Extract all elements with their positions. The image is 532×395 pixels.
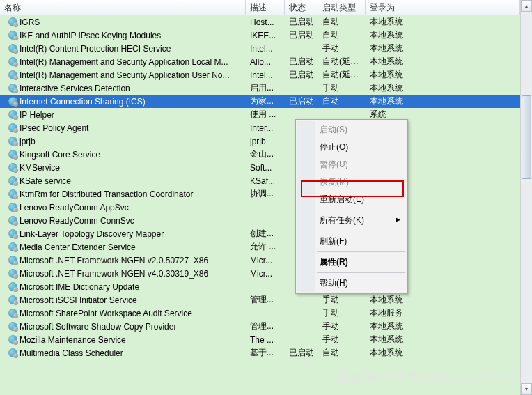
service-name: Intel(R) Management and Security Applica… xyxy=(19,70,229,80)
menu-all-tasks[interactable]: 所有任务(K)▶ xyxy=(297,212,406,229)
service-status: 已启动 xyxy=(285,346,318,359)
service-name: Multimedia Class Scheduler xyxy=(19,348,123,358)
menu-restart[interactable]: 重新启动(E) xyxy=(297,191,406,208)
menu-resume: 恢复(M) xyxy=(297,173,406,191)
service-desc: 金山... xyxy=(246,148,285,161)
menu-help[interactable]: 帮助(H) xyxy=(297,274,406,292)
service-list: IGRSHost...已启动自动本地系统IKE and AuthIP IPsec… xyxy=(0,15,520,359)
service-row[interactable]: Lenovo ReadyComm AppSvc系统 xyxy=(0,201,520,214)
service-row[interactable]: Multimedia Class Scheduler基于...已启动自动本地系统 xyxy=(0,346,520,359)
scroll-thumb[interactable] xyxy=(522,95,531,179)
service-status xyxy=(285,313,318,314)
service-icon xyxy=(7,123,18,134)
service-row[interactable]: Microsoft Software Shadow Copy Provider管… xyxy=(0,320,520,333)
service-row[interactable]: Link-Layer Topology Discovery Mapper创建..… xyxy=(0,227,520,240)
service-logon: 本地系统 xyxy=(366,346,520,359)
service-logon: 本地系统 xyxy=(366,333,520,346)
service-icon xyxy=(7,242,18,253)
service-row[interactable]: Microsoft .NET Framework NGEN v2.0.50727… xyxy=(0,254,520,267)
service-startup: 手动 xyxy=(318,320,366,333)
service-name: Mozilla Maintenance Service xyxy=(19,335,126,345)
service-desc: 协调... xyxy=(246,187,285,201)
service-startup: 手动 xyxy=(318,307,366,320)
service-row[interactable]: Intel(R) Content Protection HECI Service… xyxy=(0,42,520,55)
service-status xyxy=(285,326,318,327)
service-status xyxy=(285,300,318,301)
service-icon xyxy=(7,109,18,121)
menu-separator xyxy=(317,251,405,252)
service-icon xyxy=(7,149,18,160)
service-name: Microsoft .NET Framework NGEN v4.0.30319… xyxy=(19,269,208,279)
menu-stop[interactable]: 停止(O) xyxy=(297,139,406,156)
scroll-track[interactable] xyxy=(521,12,532,383)
service-row[interactable]: Internet Connection Sharing (ICS)为家...已启… xyxy=(0,95,520,108)
service-startup xyxy=(318,114,366,116)
service-row[interactable]: Microsoft iSCSI Initiator Service管理...手动… xyxy=(0,293,520,307)
service-name: Media Center Extender Service xyxy=(19,242,136,252)
service-row[interactable]: KSafe serviceKSaf...系统 xyxy=(0,174,520,187)
service-name: IGRS xyxy=(19,17,40,27)
service-name: Link-Layer Topology Discovery Mapper xyxy=(19,229,164,239)
col-header-desc[interactable]: 描述 xyxy=(246,0,285,15)
service-row[interactable]: jprjbjprjb系统 xyxy=(0,134,520,148)
service-name: KtmRm for Distributed Transaction Coordi… xyxy=(19,189,193,199)
service-logon: 本地系统 xyxy=(366,82,520,95)
service-name: Microsoft iSCSI Initiator Service xyxy=(19,295,137,305)
service-startup: 自动 xyxy=(318,346,366,359)
menu-separator xyxy=(317,272,405,273)
service-row[interactable]: Intel(R) Management and Security Applica… xyxy=(0,68,520,82)
service-row[interactable]: Kingsoft Core Service金山...系统 xyxy=(0,148,520,161)
service-row[interactable]: KtmRm for Distributed Transaction Coordi… xyxy=(0,187,520,201)
service-name: Lenovo ReadyComm ConnSvc xyxy=(19,216,134,226)
service-row[interactable]: IPsec Policy AgentInter...服务 xyxy=(0,121,520,134)
menu-separator xyxy=(317,231,405,231)
service-icon xyxy=(7,281,18,293)
service-row[interactable]: IP Helper使用 ...系统 xyxy=(0,108,520,121)
service-row[interactable]: Microsoft IME Dictionary Update手动本地系统 xyxy=(0,280,520,293)
service-startup: 自动(延迟... xyxy=(318,55,366,68)
service-name: IP Helper xyxy=(19,110,54,120)
service-icon xyxy=(7,268,18,279)
menu-properties[interactable]: 属性(R) xyxy=(297,254,406,271)
service-row[interactable]: KMServiceSoft...系统 xyxy=(0,161,520,174)
col-header-logon[interactable]: 登录为 xyxy=(366,0,520,15)
service-logon: 本地系统 xyxy=(366,29,520,42)
service-icon xyxy=(7,43,18,54)
service-row[interactable]: Microsoft .NET Framework NGEN v4.0.30319… xyxy=(0,267,520,280)
service-row[interactable]: Interactive Services Detection启用...手动本地系… xyxy=(0,82,520,95)
service-startup: 自动 xyxy=(318,95,366,108)
service-row[interactable]: Intel(R) Management and Security Applica… xyxy=(0,55,520,68)
service-row[interactable]: Media Center Extender Service允许 ...服务 xyxy=(0,240,520,254)
service-name: Microsoft .NET Framework NGEN v2.0.50727… xyxy=(19,256,208,265)
service-desc: The ... xyxy=(246,334,285,346)
service-row[interactable]: IGRSHost...已启动自动本地系统 xyxy=(0,15,520,29)
service-desc: jprjb xyxy=(246,136,285,147)
scroll-down-button[interactable]: ▼ xyxy=(521,383,532,395)
vertical-scrollbar[interactable]: ▲ ▼ xyxy=(520,0,532,395)
service-row[interactable]: Microsoft SharePoint Workspace Audit Ser… xyxy=(0,307,520,320)
service-desc xyxy=(246,286,285,288)
service-startup: 自动(延迟... xyxy=(318,68,366,82)
service-desc: Intel... xyxy=(246,70,285,81)
service-desc: 管理... xyxy=(246,293,285,307)
col-header-name[interactable]: 名称 xyxy=(0,0,246,15)
service-desc: 为家... xyxy=(246,95,285,108)
service-row[interactable]: Lenovo ReadyComm ConnSvc系统 xyxy=(0,214,520,227)
service-icon xyxy=(7,96,18,107)
col-header-status[interactable]: 状态 xyxy=(285,0,318,15)
service-startup: 自动 xyxy=(318,15,366,29)
menu-refresh[interactable]: 刷新(F) xyxy=(297,233,406,250)
service-name: Intel(R) Content Protection HECI Service xyxy=(19,44,171,54)
service-row[interactable]: IKE and AuthIP IPsec Keying ModulesIKEE.… xyxy=(0,29,520,42)
scroll-up-button[interactable]: ▲ xyxy=(521,0,532,12)
service-startup: 手动 xyxy=(318,42,366,55)
context-menu: 启动(S) 停止(O) 暂停(U) 恢复(M) 重新启动(E) 所有任务(K)▶… xyxy=(295,119,408,294)
col-header-startup[interactable]: 启动类型 xyxy=(318,0,366,15)
service-name: Microsoft SharePoint Workspace Audit Ser… xyxy=(19,309,192,318)
service-desc: Intel... xyxy=(246,43,285,54)
service-startup: 自动 xyxy=(318,29,366,42)
service-row[interactable]: Mozilla Maintenance ServiceThe ...手动本地系统 xyxy=(0,333,520,346)
service-desc: 使用 ... xyxy=(246,108,285,121)
service-icon xyxy=(7,295,18,306)
service-icon xyxy=(7,189,18,200)
